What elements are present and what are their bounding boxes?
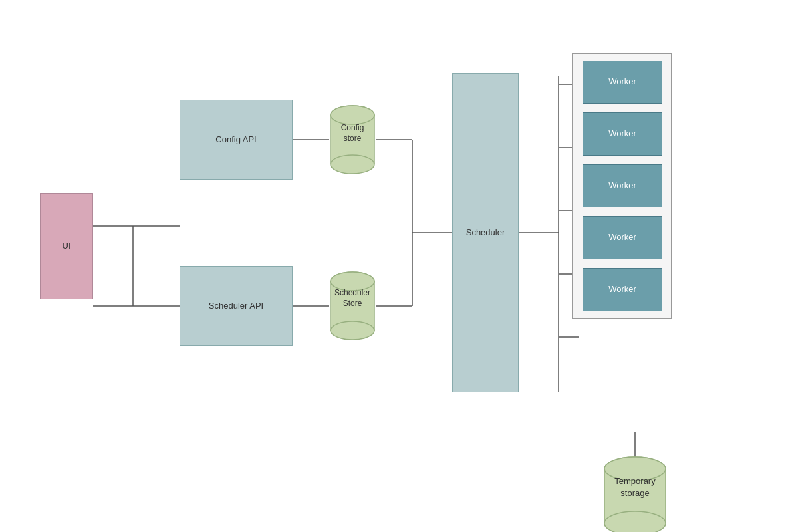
- worker-1-box: Worker: [583, 61, 662, 104]
- worker-2-label: Worker: [608, 128, 636, 140]
- scheduler-store-label: SchedulerStore: [329, 288, 376, 309]
- worker-3-label: Worker: [608, 180, 636, 192]
- config-api-box: Config API: [180, 100, 293, 180]
- svg-point-29: [331, 321, 374, 340]
- scheduler-api-label: Scheduler API: [209, 301, 263, 312]
- temporary-storage-cylinder: Temporary storage: [602, 456, 668, 532]
- worker-4-box: Worker: [583, 216, 662, 259]
- config-api-label: Config API: [215, 134, 256, 146]
- worker-5-label: Worker: [608, 284, 636, 295]
- worker-5-box: Worker: [583, 268, 662, 311]
- scheduler-api-box: Scheduler API: [180, 266, 293, 346]
- config-store-cylinder: Configstore: [329, 103, 376, 176]
- worker-3-box: Worker: [583, 164, 662, 207]
- svg-point-35: [604, 511, 666, 532]
- scheduler-box: Scheduler: [452, 73, 519, 392]
- scheduler-store-cylinder: SchedulerStore: [329, 269, 376, 342]
- svg-point-23: [331, 155, 374, 174]
- ui-label: UI: [63, 241, 71, 252]
- architecture-diagram: UI Config API Scheduler API Configstore: [0, 0, 798, 532]
- connectors-svg: [0, 0, 798, 532]
- worker-4-label: Worker: [608, 232, 636, 243]
- scheduler-label: Scheduler: [466, 227, 505, 239]
- workers-container: Worker Worker Worker Worker Worker: [572, 53, 672, 319]
- temporary-storage-label: Temporary storage: [602, 475, 668, 499]
- worker-2-box: Worker: [583, 112, 662, 156]
- worker-1-label: Worker: [608, 76, 636, 88]
- ui-box: UI: [40, 193, 93, 299]
- config-store-label: Configstore: [329, 123, 376, 144]
- svg-point-24: [331, 106, 374, 124]
